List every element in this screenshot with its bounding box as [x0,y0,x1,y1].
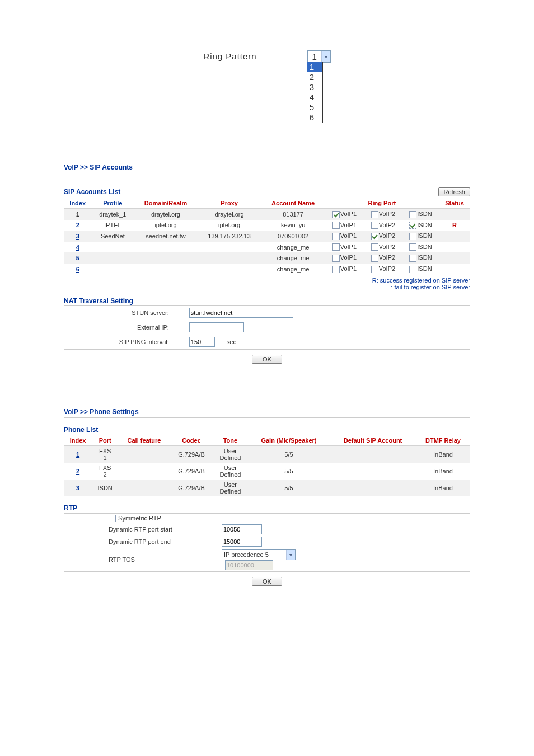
phone-port: FXS1 [92,445,118,463]
checkbox-icon[interactable] [409,255,416,262]
ring-voip2[interactable]: VoIP2 [364,231,402,242]
phone-index-link[interactable]: 2 [64,463,92,480]
checkbox-icon[interactable] [371,211,378,218]
ring-voip1[interactable]: VoIP1 [325,242,364,253]
ring-voip2[interactable]: VoIP2 [364,220,402,231]
breadcrumb-sep: >> [80,163,88,171]
checkbox-icon[interactable] [332,266,340,273]
col-callfeature: Call feature [118,435,170,445]
rtp-start-input[interactable] [222,524,262,534]
checkbox-icon[interactable] [371,222,378,229]
phone-port: ISDN [92,480,118,496]
checkbox-icon[interactable] [409,233,416,240]
ok-button[interactable]: OK [252,355,282,364]
rtp-tos-select[interactable]: IP precedence 5 ▾ [222,549,296,560]
col-defsip: Default SIP Account [330,435,416,445]
rtp-end-label: Dynamic RTP port end [64,536,218,548]
sip-status: R [439,220,470,231]
symmetric-rtp-label: Symmetric RTP [118,515,161,522]
chevron-down-icon[interactable]: ▾ [321,51,330,62]
sip-index-link[interactable]: 2 [64,220,91,231]
sip-proxy: iptel.org [198,220,261,231]
phone-index-link[interactable]: 1 [64,445,92,463]
ring-isdn[interactable]: ISDN [402,242,439,253]
ring-voip2[interactable]: VoIP2 [364,242,402,253]
col-domain: Domain/Realm [134,198,198,209]
checkbox-icon[interactable] [332,233,340,240]
phone-gain: 5/5 [248,463,330,480]
ring-voip1[interactable]: VoIP1 [325,220,364,231]
rtp-end-input[interactable] [222,537,262,547]
ring-option[interactable]: 1 [307,62,322,72]
col-status: Status [439,198,470,209]
phone-defsip [330,480,416,496]
rtp-table: Symmetric RTP Dynamic RTP port start Dyn… [64,513,470,572]
ring-voip1[interactable]: VoIP1 [325,264,364,275]
ring-voip2[interactable]: VoIP2 [364,264,402,275]
ring-pattern-dropdown[interactable]: 123456 [307,62,323,123]
phone-port: FXS2 [92,463,118,480]
sip-accounts-table: Index Profile Domain/Realm Proxy Account… [64,198,470,275]
sip-index-link[interactable]: 4 [64,242,91,253]
ring-option[interactable]: 6 [307,112,322,123]
ring-isdn[interactable]: ISDN [402,252,439,264]
checkbox-icon[interactable] [409,266,416,273]
checkbox-icon[interactable] [371,243,378,251]
symmetric-rtp-checkbox[interactable] [109,515,116,522]
sip-ping-interval-input[interactable] [189,337,215,347]
ring-pattern-section: Ring Pattern 1 ▾ 123456 [0,50,534,63]
checkbox-icon[interactable] [332,243,340,251]
sip-proxy [198,264,261,275]
ring-pattern-combo[interactable]: 1 ▾ 123456 [307,50,331,63]
sip-account: 813177 [261,209,325,220]
checkbox-icon[interactable] [371,233,378,240]
checkbox-icon[interactable] [371,266,378,273]
refresh-button[interactable]: Refresh [438,187,470,196]
ring-option[interactable]: 3 [307,82,322,92]
sip-domain: iptel.org [134,220,198,231]
checkbox-icon[interactable] [409,211,416,218]
ring-isdn[interactable]: ISDN [402,209,439,220]
ring-option[interactable]: 4 [307,92,322,102]
ping-label: SIP PING interval: [64,335,186,350]
ring-voip1[interactable]: VoIP1 [325,209,364,220]
sip-profile [91,264,134,275]
checkbox-icon[interactable] [409,222,416,229]
sip-index-link[interactable]: 6 [64,264,91,275]
stun-label: STUN server: [64,305,186,320]
checkbox-icon[interactable] [371,255,378,262]
ring-voip1[interactable]: VoIP1 [325,252,364,264]
checkbox-icon[interactable] [409,243,416,251]
sip-profile [91,252,134,264]
phone-codec: G.729A/B [170,445,213,463]
ring-voip2[interactable]: VoIP2 [364,209,402,220]
col-port: Port [92,435,118,445]
stun-server-input[interactable] [189,308,293,318]
ring-isdn[interactable]: ISDN [402,264,439,275]
phone-callfeature [118,463,170,480]
chevron-down-icon[interactable]: ▾ [286,550,295,560]
phone-index-link[interactable]: 3 [64,480,92,496]
ring-isdn[interactable]: ISDN [402,220,439,231]
sip-proxy [198,242,261,253]
checkbox-icon[interactable] [332,222,340,229]
ring-option[interactable]: 2 [307,72,322,82]
ping-unit: sec [227,339,236,345]
ok-button[interactable]: OK [252,577,282,586]
ring-voip1[interactable]: VoIP1 [325,231,364,242]
ring-isdn[interactable]: ISDN [402,231,439,242]
sip-status: - [439,242,470,253]
checkbox-icon[interactable] [332,211,340,218]
ring-voip2[interactable]: VoIP2 [364,252,402,264]
phone-codec: G.729A/B [170,463,213,480]
sip-index-link[interactable]: 3 [64,231,91,242]
external-ip-input[interactable] [189,322,244,332]
sip-index-link[interactable]: 1 [64,209,91,220]
col-ringport: Ring Port [325,198,439,209]
phone-defsip [330,445,416,463]
ring-option[interactable]: 5 [307,102,322,112]
checkbox-icon[interactable] [332,255,340,262]
sip-account: kevin_yu [261,220,325,231]
sip-domain [134,264,198,275]
sip-index-link[interactable]: 5 [64,252,91,264]
